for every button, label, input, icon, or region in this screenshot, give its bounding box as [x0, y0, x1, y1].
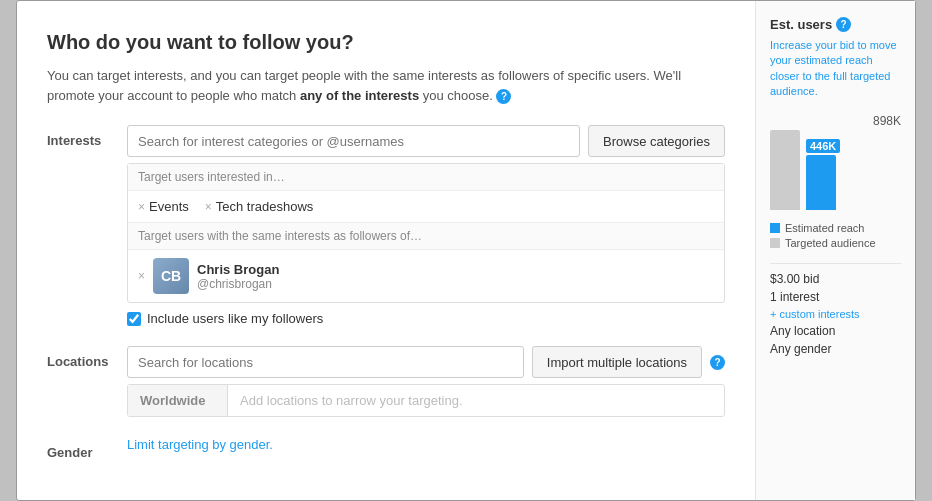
interests-label: Interests: [47, 125, 127, 148]
location-stat: Any location: [770, 324, 901, 338]
locations-help-icon[interactable]: ?: [710, 355, 725, 370]
location-row: Worldwide Add locations to narrow your t…: [128, 385, 724, 416]
remove-tech-icon[interactable]: ×: [205, 200, 212, 214]
locations-section: Locations Import multiple locations ? Wo…: [47, 346, 725, 417]
page-description: You can target interests, and you can ta…: [47, 66, 725, 105]
sidebar-divider: [770, 263, 901, 264]
chart-bars: 446K: [770, 130, 901, 210]
gender-stat: Any gender: [770, 342, 901, 356]
legend-grey-box: [770, 238, 780, 248]
locations-fields: Import multiple locations ? Worldwide Ad…: [127, 346, 725, 417]
description-part2: you choose.: [419, 88, 493, 103]
locations-input-row: Import multiple locations ?: [127, 346, 725, 378]
page-title: Who do you want to follow you?: [47, 31, 725, 54]
legend-targeted-audience: Targeted audience: [770, 237, 901, 249]
interest-tag-events: × Events: [138, 199, 189, 214]
browse-categories-button[interactable]: Browse categories: [588, 125, 725, 157]
interest-tags-row: × Events × Tech tradeshows: [128, 191, 724, 223]
legend-targeted-label: Targeted audience: [785, 237, 876, 249]
bar-blue: [806, 155, 836, 210]
followers-section-label: Target users with the same interests as …: [128, 223, 724, 250]
include-followers-label: Include users like my followers: [147, 311, 323, 326]
interest-search-input[interactable]: [127, 125, 580, 157]
description-help-icon[interactable]: ?: [496, 89, 511, 104]
gender-label: Gender: [47, 437, 127, 460]
chart-area: 898K 446K: [770, 114, 901, 210]
est-users-label: Est. users: [770, 17, 832, 32]
location-search-input[interactable]: [127, 346, 524, 378]
sidebar-description: Increase your bid to move your estimated…: [770, 38, 901, 100]
description-bold: any of the interests: [300, 88, 419, 103]
remove-follower-icon[interactable]: ×: [138, 269, 145, 283]
follower-avatar: CB: [153, 258, 189, 294]
include-followers-checkbox[interactable]: [127, 312, 141, 326]
gender-row: Limit targeting by gender.: [127, 437, 725, 452]
interest-count-stat: 1 interest: [770, 290, 901, 304]
sidebar-help-icon[interactable]: ?: [836, 17, 851, 32]
follower-name: Chris Brogan: [197, 262, 279, 277]
gender-fields: Limit targeting by gender.: [127, 437, 725, 452]
gender-targeting-link[interactable]: Limit targeting by gender.: [127, 437, 273, 452]
sidebar-title: Est. users ?: [770, 17, 901, 32]
legend-estimated-label: Estimated reach: [785, 222, 864, 234]
bid-stat: $3.00 bid: [770, 272, 901, 286]
legend-blue-box: [770, 223, 780, 233]
interest-tag-tech: × Tech tradeshows: [205, 199, 314, 214]
legend-estimated-reach: Estimated reach: [770, 222, 901, 234]
worldwide-label: Worldwide: [128, 385, 228, 416]
interests-fields: Browse categories Target users intereste…: [127, 125, 725, 326]
remove-events-icon[interactable]: ×: [138, 200, 145, 214]
include-followers-row: Include users like my followers: [127, 311, 725, 326]
custom-interests-link[interactable]: + custom interests: [770, 308, 901, 320]
interests-input-row: Browse categories: [127, 125, 725, 157]
location-box: Worldwide Add locations to narrow your t…: [127, 384, 725, 417]
legend: Estimated reach Targeted audience: [770, 222, 901, 249]
import-locations-button[interactable]: Import multiple locations: [532, 346, 702, 378]
bar-blue-label: 446K: [806, 139, 840, 153]
tech-tag-label: Tech tradeshows: [216, 199, 314, 214]
follower-row: × CB Chris Brogan @chrisbrogan: [128, 250, 724, 302]
interest-box: Target users interested in… × Events × T…: [127, 163, 725, 303]
interests-section: Interests Browse categories Target users…: [47, 125, 725, 326]
chart-max-label: 898K: [770, 114, 901, 128]
bar-grey: [770, 130, 800, 210]
bar-blue-container: 446K: [806, 139, 840, 210]
gender-section: Gender Limit targeting by gender.: [47, 437, 725, 460]
locations-label: Locations: [47, 346, 127, 369]
target-interested-label: Target users interested in…: [128, 164, 724, 191]
follower-info: Chris Brogan @chrisbrogan: [197, 262, 279, 291]
location-hint: Add locations to narrow your targeting.: [228, 385, 475, 416]
follower-handle: @chrisbrogan: [197, 277, 279, 291]
sidebar: Est. users ? Increase your bid to move y…: [755, 1, 915, 500]
events-tag-label: Events: [149, 199, 189, 214]
